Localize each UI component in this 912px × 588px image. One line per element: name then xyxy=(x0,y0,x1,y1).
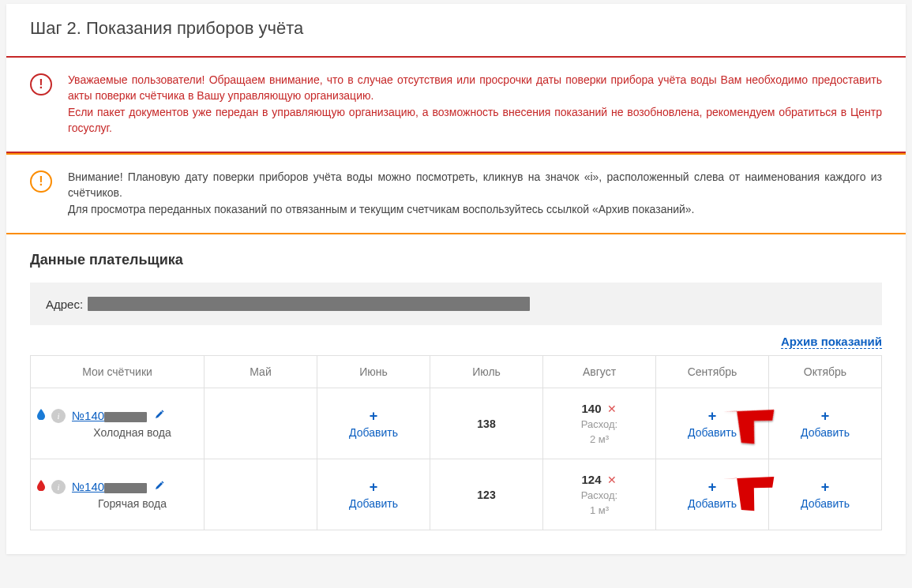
alert2-line2: Для просмотра переданных показаний по от… xyxy=(68,203,695,215)
plus-icon: + xyxy=(349,407,398,425)
cell-may xyxy=(205,459,317,530)
alert-info: ! Внимание! Плановую дату поверки прибор… xyxy=(6,153,906,234)
add-button[interactable]: + Добавить xyxy=(801,407,850,440)
col-september: Сентябрь xyxy=(656,356,769,388)
table-row: i №140 Холодная вода + xyxy=(31,388,882,459)
plus-icon: + xyxy=(801,407,850,425)
info-icon[interactable]: i xyxy=(51,409,66,423)
alert2-line1: Внимание! Плановую дату поверки приборов… xyxy=(68,170,882,199)
exclamation-icon: ! xyxy=(30,170,52,193)
meter-type: Горячая вода xyxy=(67,497,197,510)
payer-title: Данные плательщика xyxy=(30,252,882,268)
meter-number-prefix: №140 xyxy=(72,409,104,422)
col-october: Октябрь xyxy=(769,356,882,388)
august-value: 140 xyxy=(582,402,602,415)
meters-table: Мои счётчики Май Июнь Июль Август Сентяб… xyxy=(30,355,882,530)
add-label: Добавить xyxy=(688,497,737,510)
col-june: Июнь xyxy=(317,356,430,388)
add-label: Добавить xyxy=(801,426,850,439)
address-box: Адрес: xyxy=(30,283,882,325)
add-button[interactable]: + Добавить xyxy=(801,478,850,511)
step-title: Шаг 2. Показания приборов учёта xyxy=(6,4,906,56)
cell-may xyxy=(205,388,317,459)
add-label: Добавить xyxy=(688,426,737,439)
address-redacted xyxy=(88,297,530,311)
delete-button[interactable]: ✕ xyxy=(607,403,617,415)
info-icon[interactable]: i xyxy=(51,480,66,494)
consumption-label: Расход: xyxy=(581,418,617,430)
exclamation-icon: ! xyxy=(30,73,52,96)
archive-link[interactable]: Архив показаний xyxy=(781,335,882,349)
plus-icon: + xyxy=(688,478,737,496)
meter-number-link[interactable]: №140 xyxy=(72,480,147,493)
july-value: 123 xyxy=(477,489,495,501)
august-value: 124 xyxy=(582,473,602,486)
add-button[interactable]: + Добавить xyxy=(349,407,398,440)
pencil-icon[interactable] xyxy=(155,410,164,421)
add-label: Добавить xyxy=(801,497,850,510)
meter-number-prefix: №140 xyxy=(72,480,104,493)
consumption-value: 1 м³ xyxy=(590,504,609,516)
consumption-value: 2 м³ xyxy=(590,433,609,445)
alert-verification: ! Уважаемые пользователи! Обращаем внима… xyxy=(6,56,906,153)
plus-icon: + xyxy=(801,478,850,496)
july-value: 138 xyxy=(477,418,495,430)
meter-number-redacted xyxy=(104,412,147,422)
add-button[interactable]: + Добавить xyxy=(688,407,737,440)
pencil-icon[interactable] xyxy=(155,481,164,492)
col-meters: Мои счётчики xyxy=(31,356,205,388)
alert1-line2: Если пакет документов уже передан в упра… xyxy=(68,106,882,134)
water-drop-cold-icon xyxy=(37,409,45,422)
consumption-label: Расход: xyxy=(581,489,617,501)
meter-type: Холодная вода xyxy=(67,426,197,439)
alert1-line1: Уважаемые пользователи! Обращаем внимани… xyxy=(68,73,882,102)
meter-number-link[interactable]: №140 xyxy=(72,409,147,422)
col-july: Июль xyxy=(430,356,543,388)
meter-number-redacted xyxy=(104,483,147,493)
add-button[interactable]: + Добавить xyxy=(688,478,737,511)
table-row: i №140 Горячая вода + xyxy=(31,459,882,530)
add-label: Добавить xyxy=(349,426,398,439)
plus-icon: + xyxy=(688,407,737,425)
add-button[interactable]: + Добавить xyxy=(349,478,398,511)
col-may: Май xyxy=(205,356,317,388)
address-label: Адрес: xyxy=(46,298,83,311)
water-drop-hot-icon xyxy=(37,480,45,493)
add-label: Добавить xyxy=(349,497,398,510)
col-august: Август xyxy=(543,356,656,388)
plus-icon: + xyxy=(349,478,398,496)
delete-button[interactable]: ✕ xyxy=(607,474,617,486)
